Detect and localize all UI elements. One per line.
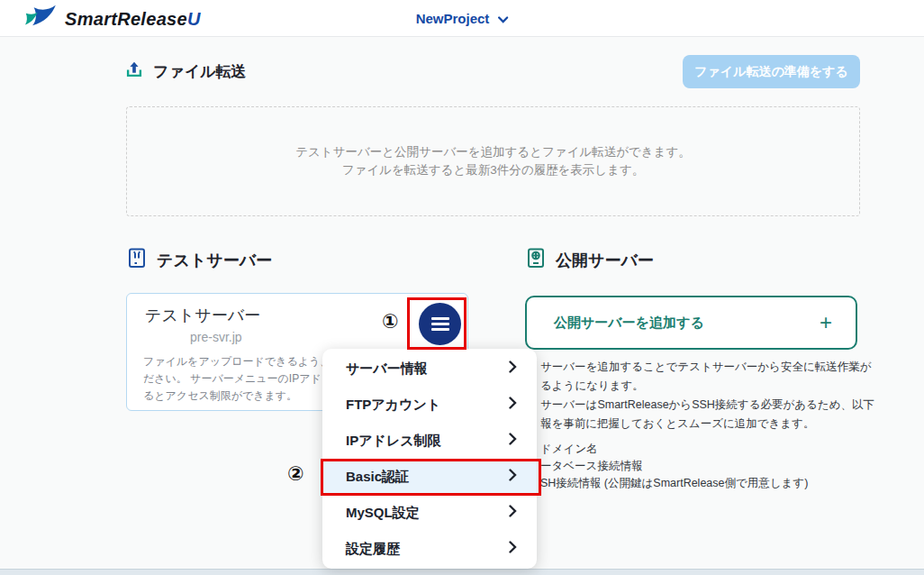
test-server-section-title: テストサーバー — [157, 250, 272, 271]
public-server-description: サーバーを追加することでテストサーバーから安全に転送作業が るようになります。 … — [540, 358, 924, 492]
server-menu-button[interactable] — [419, 303, 461, 345]
menu-item-ip-restriction[interactable]: IPアドレス制限 — [322, 423, 537, 459]
test-server-card-title: テストサーバー — [145, 305, 260, 326]
project-name: NewProject — [416, 11, 490, 26]
file-transfer-heading: ファイル転送 — [124, 59, 247, 83]
menu-item-mysql-settings[interactable]: MySQL設定 — [322, 495, 537, 531]
menu-item-ftp-account[interactable]: FTPアカウント — [322, 387, 537, 423]
chevron-right-icon — [509, 397, 517, 413]
logo-swoosh-icon — [25, 5, 59, 34]
plus-icon: + — [820, 312, 832, 333]
chevron-right-icon — [509, 469, 517, 485]
project-switcher[interactable]: NewProject — [416, 0, 509, 37]
annotation-step-2: ② — [287, 462, 304, 486]
public-server-section-title: 公開サーバー — [556, 250, 654, 271]
test-server-host: pre-svr.jp — [190, 330, 242, 344]
prepare-transfer-button[interactable]: ファイル転送の準備をする — [683, 55, 860, 88]
add-public-server-label: 公開サーバーを追加する — [554, 315, 704, 332]
notice-line-1: テストサーバーと公開サーバーを追加するとファイル転送ができます。 — [295, 143, 691, 161]
page-title: ファイル転送 — [153, 61, 247, 82]
menu-item-server-info[interactable]: サーバー情報 — [322, 351, 537, 387]
menu-item-basic-auth[interactable]: Basic認証 — [322, 459, 537, 495]
hamburger-icon — [431, 317, 449, 320]
server-tools-icon — [126, 247, 148, 273]
chevron-right-icon — [509, 433, 517, 449]
app-header: SmartReleaseU NewProject — [0, 0, 924, 37]
chevron-right-icon — [509, 361, 517, 377]
server-globe-icon — [525, 247, 547, 273]
test-server-section-heading: テストサーバー — [126, 247, 272, 273]
server-context-menu: サーバー情報 FTPアカウント IPアドレス制限 Basic認証 MySQL設定… — [322, 349, 537, 569]
transfer-empty-notice: テストサーバーと公開サーバーを追加するとファイル転送ができます。 ファイルを転送… — [126, 106, 860, 216]
annotation-step-1: ① — [382, 310, 399, 333]
chevron-right-icon — [509, 505, 517, 521]
upload-icon — [124, 59, 144, 83]
app-logo: SmartReleaseU — [25, 5, 201, 34]
test-server-description: ファイルをアップロードできるよう、ア ださい。 サーバーメニューのIPアドレス … — [143, 353, 343, 405]
menu-item-settings-history[interactable]: 設定履歴 — [322, 531, 537, 567]
chevron-right-icon — [509, 541, 517, 557]
notice-line-2: ファイルを転送すると最新3件分の履歴を表示します。 — [342, 161, 645, 179]
add-public-server-button[interactable]: 公開サーバーを追加する + — [525, 296, 857, 350]
chevron-down-icon — [497, 11, 508, 27]
logo-text: SmartReleaseU — [65, 9, 201, 30]
page-bottom-strip — [0, 569, 924, 575]
public-server-section-heading: 公開サーバー — [525, 247, 654, 273]
